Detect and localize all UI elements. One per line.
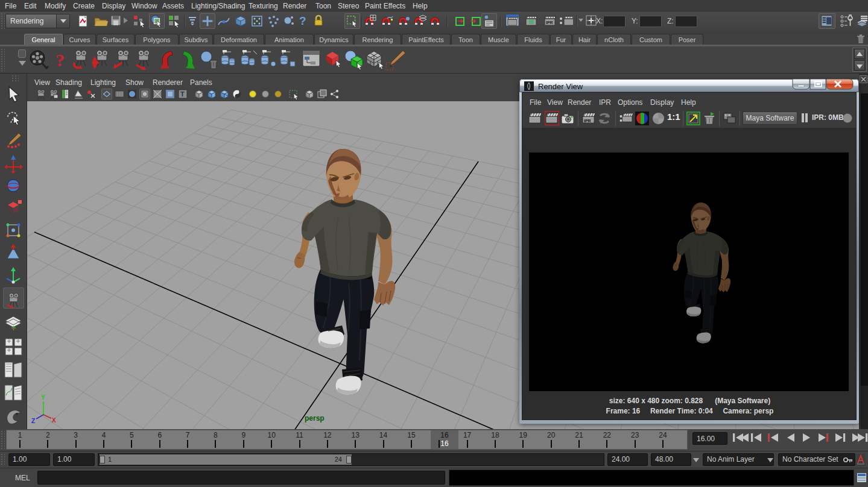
svg-text:T: T: [180, 90, 185, 98]
svg-text:?: ?: [299, 14, 306, 27]
svg-text:Z: Z: [31, 418, 35, 424]
svg-text:IPR: IPR: [546, 20, 553, 25]
svg-text:Y: Y: [41, 394, 45, 401]
svg-text:?: ?: [55, 50, 65, 70]
svg-text:IPR: IPR: [584, 119, 591, 123]
svg-text:X: X: [52, 417, 56, 424]
